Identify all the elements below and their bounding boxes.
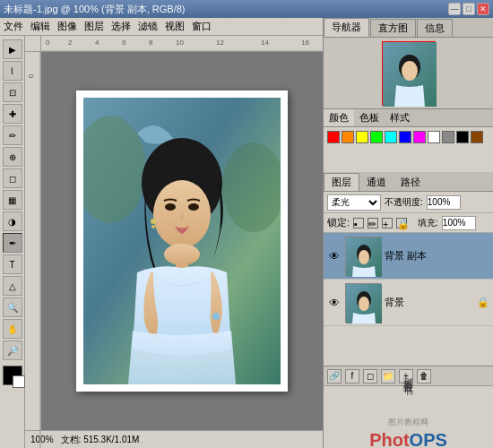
ruler-row-top: 0 2 4 6 8 10 12 14 16 [25,36,323,52]
tab-styles[interactable]: 样式 [385,109,415,126]
fill-input[interactable] [442,216,476,230]
svg-text:2: 2 [68,39,73,47]
swatch-black[interactable] [456,131,469,143]
photo-image [83,98,281,384]
layer-visibility-bg[interactable]: 👁 [327,296,342,310]
tool-heal[interactable]: ✚ [3,104,22,124]
tool-gradient[interactable]: ▦ [3,190,22,210]
tab-navigator[interactable]: 导航器 [324,18,369,37]
svg-text:0: 0 [46,39,50,47]
new-group-btn[interactable]: 📁 [381,369,395,383]
swatch-green[interactable] [370,131,383,143]
photo-frame [76,90,288,392]
menu-image[interactable]: 图像 [57,20,77,33]
tool-pen[interactable]: ✒ [3,233,22,253]
tool-select[interactable]: ▶ [3,39,22,59]
tab-channels[interactable]: 通道 [359,174,394,191]
menu-layer[interactable]: 图层 [84,20,104,33]
fill-label: 填充: [418,217,438,229]
swatch-yellow[interactable] [356,131,368,143]
svg-point-19 [151,219,156,224]
tool-zoom[interactable]: 🔎 [3,340,22,360]
add-style-btn[interactable]: f [345,369,359,383]
layers-list: 👁 背景 副本 👁 [324,233,493,366]
swatch-white[interactable] [428,131,440,143]
blend-mode-row: 柔光 正常 叠加 滤色 不透明度: [324,192,493,213]
svg-point-20 [151,225,155,228]
logo-ops: OPS [410,430,447,449]
ruler-corner [25,36,41,52]
menu-window[interactable]: 窗口 [192,20,212,33]
minimize-button[interactable]: — [448,3,461,15]
tool-crop[interactable]: ⊡ [3,82,22,102]
menu-select[interactable]: 选择 [111,20,131,33]
lock-image[interactable]: ✏ [368,218,378,228]
swatch-red[interactable] [327,131,340,143]
delete-layer-btn[interactable]: 🗑 [417,369,431,383]
navigator-preview [324,38,493,109]
tool-hand[interactable]: ✋ [3,319,22,339]
layer-thumbnail-bg-copy [345,237,381,276]
watermark-area: 那将会行书 图片教程网 PhotOPS 电脑教程学习网 [324,385,493,448]
main-layout: 文件 编辑 图像 图层 选择 滤镜 视图 窗口 ▶ ⌇ ⊡ ✚ ✏ ⊕ ◻ ▦ … [0,18,493,448]
tool-stamp[interactable]: ⊕ [3,147,22,167]
link-layers-btn[interactable]: 🔗 [327,369,342,383]
menu-file[interactable]: 文件 [4,20,23,33]
menu-edit[interactable]: 编辑 [30,20,50,33]
layers-tabs: 图层 通道 路径 [324,172,493,192]
svg-point-22 [164,244,200,265]
lock-transparent[interactable]: ▪ [353,218,364,228]
swatch-orange[interactable] [342,131,354,143]
maximize-button[interactable]: □ [463,3,475,15]
canvas-workspace[interactable] [41,52,323,430]
left-panel: 文件 编辑 图像 图层 选择 滤镜 视图 窗口 ▶ ⌇ ⊡ ✚ ✏ ⊕ ◻ ▦ … [0,18,323,448]
tool-text[interactable]: T [3,254,22,274]
opacity-input[interactable] [427,195,461,210]
logo-phot: Phot [369,430,409,449]
close-button[interactable]: ✕ [477,3,489,15]
tab-histogram[interactable]: 直方图 [370,19,416,37]
menu-filter[interactable]: 滤镜 [138,20,158,33]
svg-text:8: 8 [149,39,153,47]
blend-mode-select[interactable]: 柔光 正常 叠加 滤色 [327,194,381,211]
tool-eraser[interactable]: ◻ [3,168,22,188]
layer-item-bg-copy[interactable]: 👁 背景 副本 [324,233,493,280]
swatch-gray[interactable] [442,131,454,143]
canvas-area: 0 2 4 6 8 10 12 14 16 [25,36,323,448]
background-color[interactable] [13,375,25,388]
navigator-tabs: 导航器 直方图 信息 [324,18,493,38]
svg-point-18 [188,203,199,211]
ruler-vertical: 0 [25,52,41,430]
add-mask-btn[interactable]: ◻ [363,369,377,383]
lock-fill-row: 锁定: ▪ ✏ + 🔒 填充: [324,213,493,233]
svg-point-28 [359,250,369,264]
svg-text:6: 6 [122,39,126,47]
swatch-blue[interactable] [399,131,411,143]
layers-section: 图层 通道 路径 柔光 正常 叠加 滤色 不透明度: 锁定: ▪ ✏ [324,172,493,385]
tool-brush[interactable]: ✏ [3,125,22,145]
lock-all[interactable]: 🔒 [396,218,407,228]
foreground-color[interactable] [3,366,22,385]
menu-bar: 文件 编辑 图像 图层 选择 滤镜 视图 窗口 [0,18,323,36]
swatch-magenta[interactable] [413,131,426,143]
color-tabs: 颜色 色板 样式 [324,109,493,127]
tab-layers[interactable]: 图层 [324,173,359,191]
tab-color[interactable]: 颜色 [324,109,354,126]
svg-point-17 [165,203,176,211]
layer-name-bg-copy: 背景 副本 [385,249,427,263]
menu-view[interactable]: 视图 [165,20,185,33]
swatch-brown[interactable] [471,131,483,143]
tab-info[interactable]: 信息 [417,19,453,37]
navigator-thumbnail [382,41,436,106]
lock-position[interactable]: + [382,218,393,228]
status-bar: 100% 文档: 515.3K/1.01M [25,430,323,448]
layer-item-bg[interactable]: 👁 背景 🔒 [324,280,493,326]
tool-shape[interactable]: △ [3,276,22,296]
tool-eyedrop[interactable]: 🔍 [3,297,22,317]
tool-lasso[interactable]: ⌇ [3,61,22,81]
tab-swatches[interactable]: 色板 [354,109,385,126]
swatch-cyan[interactable] [385,131,397,143]
tab-paths[interactable]: 路径 [394,174,428,191]
layer-visibility-bg-copy[interactable]: 👁 [327,249,342,263]
tool-dodge[interactable]: ◑ [3,211,22,231]
